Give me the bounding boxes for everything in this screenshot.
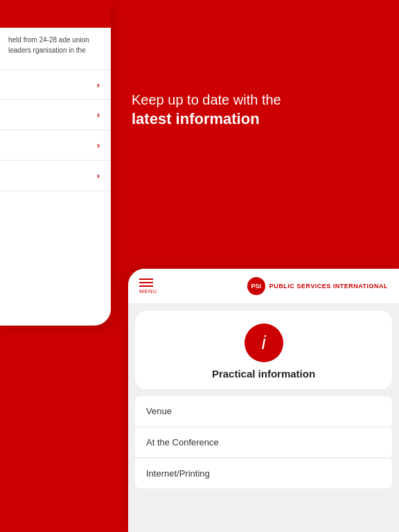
menu-button[interactable]: MENU — [139, 278, 157, 294]
list-item[interactable]: › — [0, 69, 111, 100]
logo: PSI PUBLIC SERVICES INTERNATIONAL — [247, 277, 388, 295]
list-item[interactable]: › — [0, 100, 111, 130]
left-card-top-bar — [0, 0, 111, 28]
bottom-card-content: i Practical information Venue At the Con… — [128, 311, 399, 488]
hero-line1: Keep up to date with the — [132, 90, 385, 109]
psi-logo-circle: PSI — [247, 277, 265, 295]
list-item[interactable]: › — [0, 130, 111, 161]
practical-info-title: Practical information — [135, 368, 392, 389]
info-icon: i — [245, 323, 283, 362]
internet-printing-row[interactable]: Internet/Printing — [135, 459, 392, 488]
hero-line2: latest information — [132, 109, 385, 130]
chevron-right-icon: › — [97, 140, 100, 150]
psi-logo-text: PUBLIC SERVICES INTERNATIONAL — [269, 283, 388, 290]
info-list: Venue At the Conference Internet/Printin… — [135, 396, 392, 488]
info-icon-area: i — [135, 311, 392, 368]
practical-info-card: i Practical information — [135, 311, 392, 389]
left-card-list: › › › › — [0, 69, 111, 191]
bottom-card: MENU PSI PUBLIC SERVICES INTERNATIONAL i… — [128, 269, 399, 532]
app-header: MENU PSI PUBLIC SERVICES INTERNATIONAL — [128, 269, 399, 304]
chevron-right-icon: › — [97, 80, 100, 90]
hamburger-icon — [139, 278, 157, 287]
menu-label: MENU — [139, 288, 157, 294]
chevron-right-icon: › — [97, 170, 100, 181]
chevron-right-icon: › — [97, 109, 100, 120]
at-the-conference-row[interactable]: At the Conference — [135, 427, 392, 457]
left-card-text: held from 24-28 ade union leaders rganis… — [0, 28, 111, 62]
list-item[interactable]: › — [0, 161, 111, 191]
hero-section: Keep up to date with the latest informat… — [132, 90, 385, 130]
venue-row[interactable]: Venue — [135, 396, 392, 426]
left-panel-card: held from 24-28 ade union leaders rganis… — [0, 0, 111, 326]
